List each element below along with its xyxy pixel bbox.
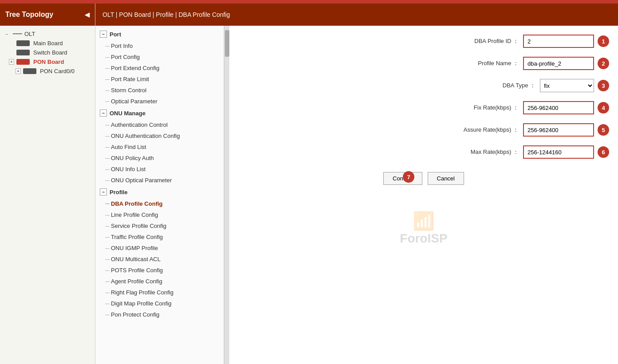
menu-item-port-extend-config[interactable]: Port Extend Config [95, 63, 224, 74]
tree-expand-pon-card[interactable]: + [16, 68, 21, 74]
select-dba-type[interactable]: fix assure max assure+max fix+assure+max [540, 79, 594, 92]
menu-item-storm-control[interactable]: Storm Control [95, 85, 224, 96]
tree-item-olt[interactable]: − ━━━ OLT [0, 29, 95, 39]
profile-expand-btn[interactable]: − [100, 188, 107, 196]
menu-item-digit-map-profile-config[interactable]: Digit Map Profile Config [95, 298, 224, 309]
step-badge-3: 3 [598, 80, 609, 91]
menu-item-auto-find-list[interactable]: Auto Find List [95, 141, 224, 153]
main-board-icon [16, 40, 30, 46]
onu-manage-section-label: ONU Manage [110, 110, 146, 117]
tree-item-main-board[interactable]: Main Board [0, 39, 95, 48]
content-area: − Port Port Info Port Config Port Extend… [95, 26, 618, 364]
step-badge-2: 2 [598, 58, 609, 69]
form-row-fix-rate: Fix Rate(kbps) ： 4 [238, 101, 609, 114]
menu-item-onu-optical-param[interactable]: ONU Optical Parameter [95, 175, 224, 186]
menu-item-dba-profile-config[interactable]: DBA Profile Config [95, 198, 224, 209]
pon-card-icon [23, 68, 36, 74]
input-profile-name[interactable] [523, 57, 594, 70]
form-row-dba-type: DBA Type ： fix assure max assure+max fix… [238, 79, 609, 92]
input-max-rate[interactable] [523, 145, 594, 159]
label-profile-name: Profile Name ： [443, 59, 523, 67]
menu-item-agent-profile-config[interactable]: Agent Profile Config [95, 276, 224, 287]
menu-scrollbar[interactable] [224, 26, 229, 364]
form-actions: Confirm 7 Cancel [238, 172, 609, 185]
breadcrumb: OLT | PON Board | Profile | DBA Profile … [102, 11, 230, 18]
tree-expand-olt: − [5, 31, 11, 37]
menu-section-profile[interactable]: − Profile [95, 186, 224, 198]
menu-item-onu-multicast-acl[interactable]: ONU Multicast ACL [95, 254, 224, 265]
scrollbar-thumb[interactable] [225, 30, 229, 57]
form-row-profile-name: Profile Name ： 2 [238, 57, 609, 70]
cancel-button[interactable]: Cancel [428, 172, 464, 185]
step-badge-7: 7 [403, 171, 414, 183]
menu-panel: − Port Port Info Port Config Port Extend… [95, 26, 224, 364]
app: Tree Topology ◀ − ━━━ OLT Main Board Swi… [0, 4, 618, 364]
menu-item-pon-protect-config[interactable]: Pon Protect Config [95, 309, 224, 320]
tree-label-switch-board: Switch Board [33, 49, 67, 56]
input-assure-rate[interactable] [523, 123, 594, 137]
wifi-icon: 📶 [400, 211, 447, 231]
port-section-label: Port [110, 31, 121, 38]
port-items: Port Info Port Config Port Extend Config… [95, 40, 224, 107]
tree-label-main-board: Main Board [33, 40, 63, 47]
tree-label-pon-board: PON Board [33, 59, 64, 65]
label-dba-type: DBA Type ： [460, 82, 540, 90]
foro-logo: 📶 ForoISP [400, 211, 447, 246]
tree-item-switch-board[interactable]: Switch Board [0, 48, 95, 57]
tree-item-pon-card[interactable]: + PON Card0/0 [0, 67, 95, 76]
onu-manage-items: Authentication Control ONU Authenticatio… [95, 119, 224, 186]
label-max-rate: Max Rate(kbps) ： [443, 148, 523, 156]
menu-item-traffic-profile-config[interactable]: Traffic Profile Config [95, 231, 224, 243]
label-fix-rate: Fix Rate(kbps) ： [443, 104, 523, 112]
sidebar: Tree Topology ◀ − ━━━ OLT Main Board Swi… [0, 4, 95, 364]
menu-item-authentication-control[interactable]: Authentication Control [95, 119, 224, 130]
tree-expand-pon-board[interactable]: + [9, 59, 14, 65]
menu-item-right-flag-profile-config[interactable]: Right Flag Profile Config [95, 287, 224, 298]
tree-label-pon-card: PON Card0/0 [40, 68, 75, 74]
main: OLT | PON Board | Profile | DBA Profile … [95, 4, 618, 364]
menu-panel-container: − Port Port Info Port Config Port Extend… [95, 26, 229, 364]
profile-section-label: Profile [110, 189, 127, 196]
menu-item-onu-auth-config[interactable]: ONU Authentication Config [95, 130, 224, 141]
step-badge-4: 4 [598, 102, 609, 114]
form-row-max-rate: Max Rate(kbps) ： 6 [238, 145, 609, 159]
logo-text: ForoISP [400, 231, 447, 246]
menu-item-onu-info-list[interactable]: ONU Info List [95, 164, 224, 175]
sidebar-tree: − ━━━ OLT Main Board Switch Board + PON … [0, 26, 95, 364]
sidebar-collapse-arrow[interactable]: ◀ [85, 11, 90, 18]
step-badge-5: 5 [598, 124, 609, 136]
tree-item-pon-board[interactable]: + PON Board [0, 57, 95, 67]
label-assure-rate: Assure Rate(kbps) ： [443, 126, 523, 134]
menu-item-port-rate-limit[interactable]: Port Rate Limit [95, 74, 224, 85]
form-row-dba-profile-id: DBA Profile ID ： 1 [238, 35, 609, 48]
menu-section-onu-manage[interactable]: − ONU Manage [95, 107, 224, 119]
menu-item-port-info[interactable]: Port Info [95, 40, 224, 51]
form-panel: 📶 ForoISP DBA Profile ID ： 1 Profile Nam… [229, 26, 618, 364]
pon-board-icon [16, 59, 30, 65]
menu-item-pots-profile-config[interactable]: POTS Profile Config [95, 265, 224, 276]
port-expand-btn[interactable]: − [100, 31, 107, 38]
menu-item-port-config[interactable]: Port Config [95, 51, 224, 63]
input-fix-rate[interactable] [523, 101, 594, 114]
step-badge-1: 1 [598, 35, 609, 47]
form-row-assure-rate: Assure Rate(kbps) ： 5 [238, 123, 609, 137]
tree-label-olt: OLT [24, 31, 35, 37]
switch-board-icon [16, 50, 30, 55]
menu-section-port[interactable]: − Port [95, 28, 224, 40]
menu-item-onu-policy-auth[interactable]: ONU Policy Auth [95, 153, 224, 164]
top-bar [0, 0, 618, 4]
breadcrumb-bar: OLT | PON Board | Profile | DBA Profile … [95, 4, 618, 26]
label-dba-profile-id: DBA Profile ID ： [443, 37, 523, 45]
menu-item-optical-parameter[interactable]: Optical Parameter [95, 96, 224, 107]
menu-item-onu-igmp-profile[interactable]: ONU IGMP Profile [95, 243, 224, 254]
sidebar-title: Tree Topology [5, 11, 53, 19]
menu-item-service-profile-config[interactable]: Service Profile Config [95, 220, 224, 231]
sidebar-header: Tree Topology ◀ [0, 4, 95, 26]
profile-items: DBA Profile Config Line Profile Config S… [95, 198, 224, 320]
menu-item-line-profile-config[interactable]: Line Profile Config [95, 209, 224, 220]
step-badge-6: 6 [598, 146, 609, 158]
onu-manage-expand-btn[interactable]: − [100, 110, 107, 117]
input-dba-profile-id[interactable] [523, 35, 594, 48]
olt-icon: ━━━ [13, 31, 22, 37]
